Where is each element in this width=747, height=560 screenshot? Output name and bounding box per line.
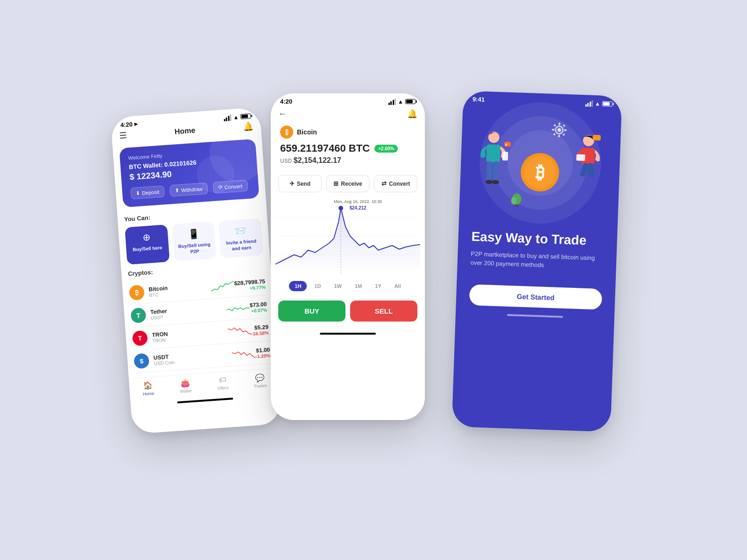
coin-logo: ₿ — [280, 126, 293, 139]
menu-icon[interactable]: ☰ — [119, 130, 127, 141]
send-label: Send — [297, 181, 310, 187]
signal-icon-3 — [585, 100, 593, 107]
sell-button[interactable]: SELL — [350, 301, 417, 322]
location-icon: ▶ — [134, 121, 138, 126]
tether-sparkline — [226, 302, 250, 315]
signal-icon — [223, 114, 231, 121]
offers-nav-icon: 🏷 — [218, 376, 226, 385]
svg-point-5 — [488, 132, 500, 143]
coin-usd-value: $2,154,122.17 — [294, 156, 341, 164]
onboard-illustration: B ₿ — [473, 109, 608, 217]
coin-amount: 659.21197460 BTC — [280, 142, 370, 154]
status-icons-2: ▲ — [388, 98, 416, 105]
receive-icon: ⊞ — [333, 180, 338, 187]
time-2: 4:20 — [280, 98, 292, 105]
time-1h[interactable]: 1H — [289, 281, 307, 291]
buy-sell-label: Buy/Sell here — [133, 245, 162, 252]
svg-rect-7 — [486, 161, 493, 181]
convert-icon: ⇄ — [381, 180, 387, 187]
wallet-welcome: Welcome Fetty — [128, 147, 247, 161]
battery-icon — [240, 113, 251, 119]
buy-sell-item[interactable]: ⊕ Buy/Sell here — [125, 224, 169, 265]
p2p-item[interactable]: 📱 Buy/Sell using P2P — [172, 221, 217, 261]
time-1: 4:20 — [120, 121, 133, 129]
status-icons-1: ▲ — [223, 113, 251, 121]
right-figure: ··· — [568, 126, 607, 203]
time-1w[interactable]: 1W — [328, 281, 347, 291]
bell-icon-2[interactable]: 🔔 — [407, 109, 417, 119]
tooltip-date: Mon, Aug 16, 2022, 10:30 — [334, 199, 382, 205]
usd-label: USD — [280, 158, 294, 164]
action-buttons: ✈ Send ⊞ Receive ⇄ Convert — [271, 170, 425, 199]
get-started-button[interactable]: Get Started — [469, 284, 602, 310]
tron-name-block: TRON TRON — [152, 326, 228, 343]
home-title: Home — [174, 126, 196, 136]
status-bar-2: 4:20 ▲ — [271, 93, 425, 107]
tether-name-block: Tether USDT — [150, 303, 227, 320]
invite-label: Invite a friend and earn — [224, 238, 259, 252]
tron-price-block: $5.29 -16.58% — [251, 323, 269, 336]
receive-button[interactable]: ⊞ Receive — [326, 175, 370, 192]
tron-change: -16.58% — [251, 330, 269, 336]
nav-home[interactable]: 🏠 Home — [129, 380, 167, 398]
you-can-grid: ⊕ Buy/Sell here 📱 Buy/Sell using P2P 📨 I… — [125, 218, 263, 265]
coin-name: Bicoin — [297, 128, 317, 136]
btc-logo: ₿ — [129, 285, 145, 301]
time-1d[interactable]: 1D — [309, 281, 326, 291]
you-can-section: You Can: ⊕ Buy/Sell here 📱 Buy/Sell usin… — [117, 201, 270, 268]
usdcoin-price-block: $1.00 -1.20% — [255, 346, 270, 359]
svg-rect-8 — [493, 161, 499, 182]
svg-point-9 — [486, 180, 493, 184]
nav-home-label: Home — [143, 391, 155, 397]
wifi-icon-3: ▲ — [595, 100, 600, 107]
tron-logo: T — [132, 330, 148, 346]
wallet-actions: ⬇ Deposit ⬆ Withdraw ⟳ Convert — [130, 180, 250, 200]
buy-button[interactable]: BUY — [278, 301, 345, 322]
withdraw-button[interactable]: ⬆ Withdraw — [169, 182, 208, 197]
invite-item[interactable]: 📨 Invite a friend and earn — [218, 218, 263, 258]
btc-sparkline — [211, 280, 235, 293]
invite-icon: 📨 — [234, 224, 247, 237]
back-button[interactable]: ← — [278, 109, 287, 119]
nav-offers[interactable]: 🏷 Offers — [204, 375, 242, 392]
svg-rect-6 — [486, 144, 500, 163]
convert-button-2[interactable]: ⇄ Convert — [374, 175, 417, 192]
svg-rect-20 — [587, 163, 594, 177]
bell-icon[interactable]: 🔔 — [243, 121, 254, 132]
bitcoin-coin: ₿ — [519, 148, 561, 196]
battery-icon-2 — [405, 99, 416, 104]
coin-badge: +2.60% — [374, 145, 398, 153]
phone-home: 4:20 ▶ ▲ ☰ Home 🔔 Welcome Fetty BTC Wall… — [111, 107, 282, 434]
convert-button[interactable]: ⟳ Convert — [213, 180, 248, 194]
wallet-card: Welcome Fetty BTC Wallet: 0.02101626 $ 1… — [119, 139, 259, 207]
svg-rect-11 — [502, 152, 508, 161]
coin-usd: USD $2,154,122.17 — [280, 156, 416, 165]
time-1m[interactable]: 1M — [349, 281, 367, 291]
deposit-button[interactable]: ⬇ Deposit — [130, 185, 165, 199]
nav-wallet[interactable]: 👛 Wallet — [166, 377, 204, 395]
onboard-subtitle: P2P martketplace to buy and sell bitcoin… — [470, 249, 603, 272]
time-3: 9:41 — [472, 96, 485, 103]
trades-nav-icon: 💬 — [255, 373, 265, 382]
svg-text:···: ··· — [594, 136, 597, 139]
battery-icon-3 — [602, 101, 613, 107]
tooltip-price: $24,212 — [334, 205, 382, 211]
phones-container: 4:20 ▶ ▲ ☰ Home 🔔 Welcome Fetty BTC Wall… — [93, 56, 654, 504]
time-all[interactable]: All — [389, 281, 407, 291]
usdcoin-name-block: USDT USD Coin — [153, 349, 233, 366]
tether-change: +0.07% — [250, 307, 267, 314]
home-indicator-2 — [320, 333, 376, 335]
phone2-header: ← 🔔 — [271, 107, 425, 123]
chart-tooltip: Mon, Aug 16, 2022, 10:30 $24,212 — [334, 199, 382, 211]
nav-trades-label: Trades — [254, 383, 267, 389]
svg-point-10 — [492, 180, 499, 184]
send-icon: ✈ — [289, 180, 295, 187]
tron-sparkline — [227, 325, 252, 338]
illustration-figures: B ₿ — [474, 123, 607, 203]
send-button[interactable]: ✈ Send — [278, 175, 322, 192]
buy-sell-icon: ⊕ — [142, 231, 151, 243]
time-1y[interactable]: 1Y — [369, 281, 387, 291]
nav-wallet-label: Wallet — [180, 388, 191, 394]
chart-section: Mon, Aug 16, 2022, 10:30 $24,212 — [271, 199, 425, 275]
status-icons-3: ▲ — [585, 100, 613, 107]
